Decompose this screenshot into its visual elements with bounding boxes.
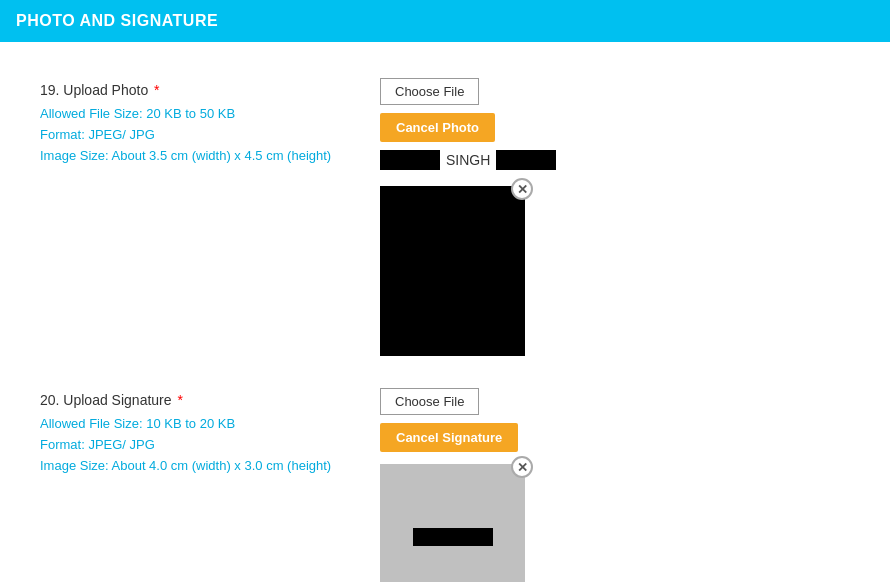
signature-redact-bar [413, 528, 493, 546]
signature-preview-box: ✕ [380, 464, 525, 582]
photo-title: 19. Upload Photo * [40, 82, 340, 98]
signature-info: 20. Upload Signature * Allowed File Size… [40, 388, 340, 476]
photo-info: 19. Upload Photo * Allowed File Size: 20… [40, 78, 340, 166]
sig-info-line-3: Image Size: About 4.0 cm (width) x 3.0 c… [40, 456, 340, 477]
photo-info-line-1: Allowed File Size: 20 KB to 50 KB [40, 104, 340, 125]
sig-info-line-2: Format: JPEG/ JPG [40, 435, 340, 456]
photo-preview-area: ✕ [380, 186, 525, 356]
header-title: PHOTO AND SIGNATURE [16, 12, 218, 29]
photo-name-redact-left [380, 150, 440, 170]
main-content: 19. Upload Photo * Allowed File Size: 20… [0, 42, 890, 582]
signature-title: 20. Upload Signature * [40, 392, 340, 408]
signature-cancel-button[interactable]: Cancel Signature [380, 423, 518, 452]
signature-choose-file-button[interactable]: Choose File [380, 388, 479, 415]
photo-choose-file-button[interactable]: Choose File [380, 78, 479, 105]
photo-name-row: SINGH [380, 150, 556, 170]
photo-section: 19. Upload Photo * Allowed File Size: 20… [0, 62, 890, 372]
signature-preview-area: ✕ [380, 464, 525, 582]
photo-info-line-3: Image Size: About 3.5 cm (width) x 4.5 c… [40, 146, 340, 167]
signature-close-button[interactable]: ✕ [511, 456, 533, 478]
sig-info-line-1: Allowed File Size: 10 KB to 20 KB [40, 414, 340, 435]
photo-close-button[interactable]: ✕ [511, 178, 533, 200]
photo-cancel-button[interactable]: Cancel Photo [380, 113, 495, 142]
signature-section: 20. Upload Signature * Allowed File Size… [0, 372, 890, 582]
photo-preview-box: ✕ [380, 186, 525, 356]
photo-name-text: SINGH [446, 152, 490, 168]
photo-info-line-2: Format: JPEG/ JPG [40, 125, 340, 146]
photo-name-redact-right [496, 150, 556, 170]
signature-controls: Choose File Cancel Signature ✕ [380, 388, 850, 582]
page-header: PHOTO AND SIGNATURE [0, 0, 890, 42]
photo-controls: Choose File Cancel Photo SINGH ✕ [380, 78, 850, 356]
